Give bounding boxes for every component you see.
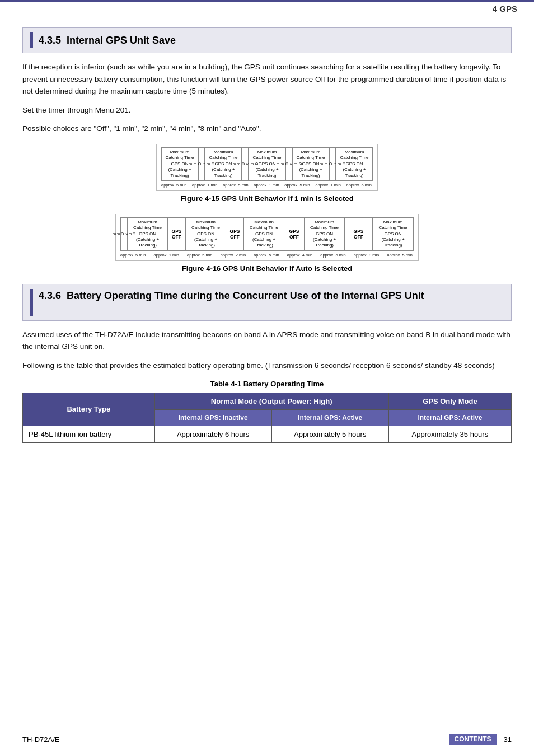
fig16-time9: approx. 5 min. — [387, 253, 414, 258]
figure-415-container: MaximumCatching TimeGPS ON(Catching + Tr… — [22, 144, 512, 191]
contents-button[interactable]: CONTENTS — [449, 734, 497, 745]
fig16-block3: MaximumCatching TimeGPS ON(Catching + Tr… — [244, 218, 284, 250]
col-battery-type: Battery Type — [23, 393, 155, 426]
fig15-time2: approx. 1 min. — [192, 183, 219, 188]
page-footer: TH-D72A/E CONTENTS 31 — [0, 730, 534, 745]
content-area: 4.3.5 Internal GPS Unit Save If the rece… — [0, 16, 534, 473]
fig15-time5: approx. 5 min. — [284, 183, 311, 188]
fig15-gps4: GPSOFF — [329, 147, 336, 181]
cell-normal-active: Approximately 5 hours — [271, 426, 388, 442]
fig16-time3: approx. 5 min. — [187, 253, 214, 258]
fig16-time1: approx. 5 min. — [120, 253, 147, 258]
battery-table: Battery Type Normal Mode (Output Power: … — [22, 393, 512, 443]
fig16-time4: approx. 2 min. — [221, 253, 247, 258]
figure-415-diagram: MaximumCatching TimeGPS ON(Catching + Tr… — [156, 144, 378, 191]
fig15-block5: MaximumCatching TimeGPS ON(Catching + Tr… — [336, 147, 373, 181]
fig15-gps2: GPSOFF — [242, 147, 249, 181]
battery-table-container: Table 4-1 Battery Operating Time Battery… — [22, 380, 512, 443]
section-435-title: 4.3.5 Internal GPS Unit Save — [39, 35, 176, 46]
top-bar: 4 GPS — [0, 0, 534, 16]
fig16-block2: MaximumCatching TimeGPS ON(Catching + Tr… — [186, 218, 226, 250]
accent-bar — [30, 32, 33, 48]
table-header-row1: Battery Type Normal Mode (Output Power: … — [23, 393, 512, 409]
section-436-para2: Following is the table that provides the… — [22, 360, 512, 372]
fig16-block4: MaximumCatching TimeGPS ON(Catching + Tr… — [305, 218, 345, 250]
fig16-block5: MaximumCatching TimeGPS ON(Catching + Tr… — [373, 218, 413, 250]
fig16-off3: GPSOFF — [284, 218, 305, 250]
fig15-time1: approx. 5 min. — [161, 183, 188, 188]
fig16-block1: MaximumCatching TimeGPS ON(Catching + Tr… — [128, 218, 168, 250]
fig15-time3: approx. 5 min. — [223, 183, 250, 188]
fig15-time4: approx. 1 min. — [254, 183, 280, 188]
figure-416-diagram: GPSOFF MaximumCatching TimeGPS ON(Catchi… — [115, 214, 419, 261]
section-435-para2: Set the timer through Menu 201. — [22, 104, 512, 116]
col-internal-active-gps: Internal GPS: Active — [388, 409, 511, 426]
col-internal-active-normal: Internal GPS: Active — [271, 409, 388, 426]
fig16-time7: approx. 5 min. — [320, 253, 347, 258]
fig15-gps3: GPSOFF — [285, 147, 292, 181]
chapter-label: 4 GPS — [493, 4, 517, 13]
fig15-time7: approx. 5 min. — [346, 183, 373, 188]
section-436-header: 4.3.6 Battery Operating Time during the … — [22, 284, 512, 321]
fig16-time5: approx. 5 min. — [254, 253, 280, 258]
footer-model: TH-D72A/E — [22, 735, 59, 744]
figure-415-caption: Figure 4-15 GPS Unit Behavior if 1 min i… — [22, 194, 512, 203]
fig16-gps-start: GPSOFF — [121, 218, 128, 250]
page-container: 4 GPS 4.3.5 Internal GPS Unit Save If th… — [0, 0, 534, 756]
table-row: PB-45L lithium ion battery Approximately… — [23, 426, 512, 442]
figure-416-container: GPSOFF MaximumCatching TimeGPS ON(Catchi… — [22, 214, 512, 261]
section-435-para3: Possible choices are "Off", "1 min", "2 … — [22, 123, 512, 135]
section-436-para1: Assumed uses of the TH-D72A/E include tr… — [22, 329, 512, 353]
cell-gps-active: Approximately 35 hours — [388, 426, 511, 442]
table-title: Table 4-1 Battery Operating Time — [22, 380, 512, 388]
fig15-time6: approx. 1 min. — [315, 183, 342, 188]
fig16-time2: approx. 1 min. — [154, 253, 181, 258]
accent-bar-436 — [30, 289, 33, 316]
fig16-off1: GPSOFF — [168, 218, 186, 250]
col-normal-mode: Normal Mode (Output Power: High) — [154, 393, 388, 409]
figure-416-caption: Figure 4-16 GPS Unit Behavior if Auto is… — [22, 264, 512, 273]
col-internal-inactive: Internal GPS: Inactive — [154, 409, 271, 426]
section-436-title: 4.3.6 Battery Operating Time during the … — [39, 289, 424, 303]
col-gps-only: GPS Only Mode — [388, 393, 511, 409]
cell-normal-inactive: Approximately 6 hours — [154, 426, 271, 442]
footer-page: 31 — [504, 735, 512, 744]
cell-battery-name: PB-45L lithium ion battery — [23, 426, 155, 442]
section-435-header: 4.3.5 Internal GPS Unit Save — [22, 27, 512, 53]
fig16-off4: GPSOFF — [345, 218, 373, 250]
fig16-time8: approx. 8 min. — [354, 253, 381, 258]
fig16-time6: approx. 4 min. — [287, 253, 314, 258]
section-435-para1: If the reception is inferior (such as wh… — [22, 61, 512, 97]
fig16-off2: GPSOFF — [226, 218, 244, 250]
fig15-gps1: GPSOFF — [198, 147, 205, 181]
